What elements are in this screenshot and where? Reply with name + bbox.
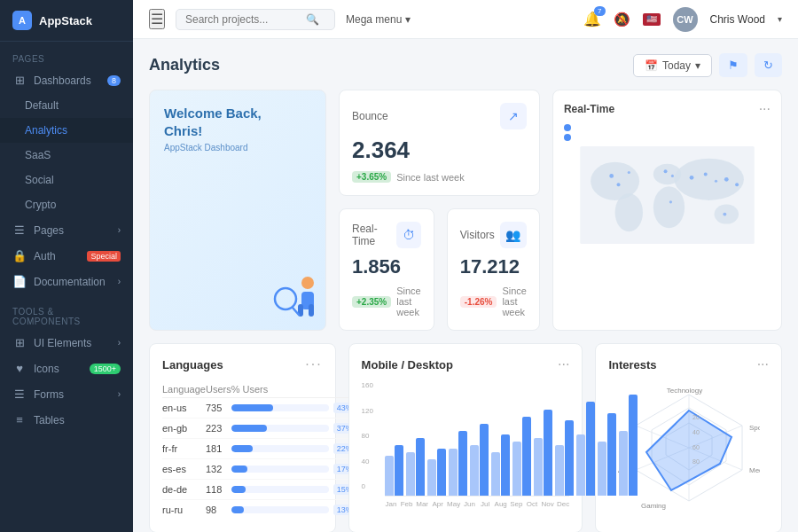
icons-label: Icons [34,363,59,375]
sidebar-item-forms[interactable]: ☰ Forms › [0,381,133,407]
sidebar-item-dashboards[interactable]: ⊞ Dashboards 8 [0,67,133,93]
page-title: Analytics [149,56,220,74]
mobile-bar [385,456,394,496]
lang-name: de-de [162,480,206,500]
sidebar-item-saas[interactable]: SaaS [0,143,133,168]
lang-table-row: fr-fr 181 22% [162,439,356,459]
logo-icon: A [12,11,32,30]
progress-bar-wrap [231,466,329,473]
dashboards-icon: ⊞ [12,74,27,87]
calendar-today-button[interactable]: 📅 Today ▾ [633,54,712,77]
filter-button[interactable]: ⚑ [719,53,747,77]
bar-group [406,438,425,496]
svg-line-5 [293,308,299,315]
sidebar-item-icons[interactable]: ♥ Icons 1500+ [0,356,133,381]
tables-icon: ≡ [12,413,27,426]
docs-icon: 📄 [12,275,27,288]
svg-text:Sports: Sports [749,424,760,432]
sidebar-item-pages[interactable]: ☰ Pages › [0,217,133,243]
x-label: Feb [400,500,413,508]
docs-label: Documentation [34,276,106,288]
sidebar-item-default[interactable]: Default [0,93,133,118]
mobile-bar [534,438,543,496]
sidebar-item-social[interactable]: Social [0,168,133,192]
lang-table-row: ru-ru 98 13% [162,500,356,520]
metrics-row-2: Real-Time ⏱ 1.856 +2.35% Since last week… [339,208,540,331]
svg-point-16 [664,169,668,173]
x-label: May [447,500,460,508]
mobile-desktop-more-button[interactable]: ··· [558,356,569,372]
default-label: Default [25,99,59,112]
mobile-desktop-title: Mobile / Desktop [362,358,453,372]
lang-pct-bar: 13% [231,500,356,520]
notifications-button[interactable]: 🔔 7 [583,11,601,27]
social-label: Social [25,174,54,186]
mobile-bar [449,449,458,496]
bounce-label: Bounce [352,110,388,122]
visitors-label: Visitors [460,229,495,241]
lang-name: en-gb [162,419,206,439]
svg-point-18 [690,176,694,180]
sidebar-item-auth[interactable]: 🔒 Auth Special [0,243,133,269]
page-actions: 📅 Today ▾ ⚑ ↻ [633,53,782,77]
x-label: Oct [526,500,539,508]
mega-menu[interactable]: Mega menu ▾ [346,13,411,26]
realtime-value: 1.856 [352,255,421,278]
map-more-button[interactable]: ··· [759,101,771,117]
svg-point-11 [674,159,744,200]
mute-button[interactable]: 🔕 [614,12,630,27]
progress-bar-wrap [231,445,329,452]
sidebar-item-ui-elements[interactable]: ⊞ UI Elements › [0,330,133,356]
mobile-bar [598,442,606,496]
welcome-title: Welcome Back, Chris! [164,105,311,139]
svg-text:40: 40 [692,429,700,435]
sidebar: A AppStack Pages ⊞ Dashboards 8 Default … [0,0,133,532]
dot-blue-2 [564,134,571,141]
sidebar-item-analytics[interactable]: Analytics [0,118,133,143]
interests-more-button[interactable]: ··· [757,356,769,372]
realtime-change: +2.35% [352,296,391,308]
x-label: Aug [494,500,507,508]
sidebar-item-crypto[interactable]: Crypto [0,192,133,217]
svg-point-23 [669,200,672,203]
search-box[interactable]: 🔍 [176,9,335,30]
map-card: Real-Time ··· [552,90,782,331]
interests-title: Interests [608,358,656,372]
progress-bar-fill [231,506,244,513]
bounce-change: +3.65% [352,171,391,183]
lang-pct-bar: 37% [231,419,356,439]
mobile-bar [555,445,564,496]
language-flag[interactable]: 🇺🇸 [643,13,661,26]
sidebar-item-tables[interactable]: ≡ Tables [0,407,133,433]
map-legend-2 [564,134,771,141]
hamburger-button[interactable]: ☰ [149,9,165,29]
section-pages-label: Pages [0,42,133,67]
mobile-bar [491,452,500,496]
bar-chart [385,381,570,497]
avatar: CW [673,7,698,32]
bounce-change-label: Since last week [396,172,464,183]
sidebar-item-documentation[interactable]: 📄 Documentation › [0,269,133,294]
progress-bar-wrap [231,506,329,513]
content: Analytics 📅 Today ▾ ⚑ ↻ Welcome Back, Ch… [133,39,798,532]
calendar-icon: 📅 [645,59,658,72]
svg-point-24 [723,213,726,216]
search-input[interactable] [185,13,301,26]
user-dropdown-icon[interactable]: ▾ [778,14,782,24]
logo-text: AppStack [39,14,92,27]
desktop-bar [586,402,595,496]
svg-point-13 [609,174,614,178]
lang-col-language: Language [162,381,206,398]
svg-point-21 [724,177,729,182]
welcome-sub: AppStack Dashboard [164,143,311,153]
mobile-bar [512,442,521,496]
visitors-value: 17.212 [460,255,527,278]
crypto-label: Crypto [25,199,56,211]
lang-name: es-es [162,459,206,480]
user-name[interactable]: Chris Wood [710,13,765,26]
bar-group [619,395,638,496]
refresh-button[interactable]: ↻ [755,53,782,77]
map-legend-1 [564,124,771,131]
languages-more-button[interactable]: ··· [305,356,322,372]
pages-arrow: › [118,225,121,235]
